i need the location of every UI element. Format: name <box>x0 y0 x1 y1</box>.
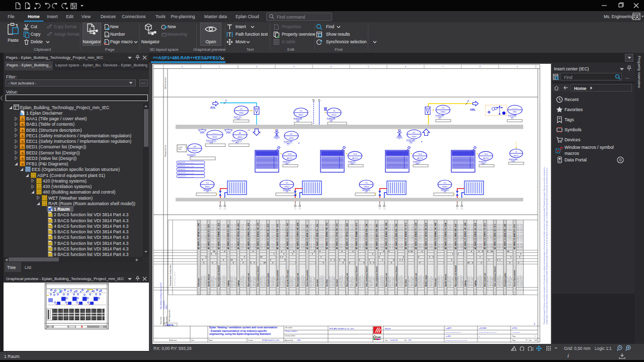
svg-text:Speaker detector: Speaker detector <box>445 274 447 287</box>
svg-text:YICS: YICS <box>484 153 488 155</box>
svg-text:==ASP1: ==ASP1 <box>446 327 452 329</box>
svg-text:480_RAR01_01_SDW440_XU=_6017: 480_RAR01_01_SDW440_XU=_6017 <box>356 223 358 249</box>
svg-text:4Q05: 4Q05 <box>512 160 515 162</box>
svg-text:EC: EC <box>413 132 416 134</box>
svg-text:Modification: Modification <box>169 339 177 341</box>
svg-text:JAL0103: JAL0103 <box>417 157 423 159</box>
svg-text:108: 108 <box>534 339 537 341</box>
svg-text:480_RAR01_01_SDW860_JW=_9042: 480_RAR01_01_SDW860_JW=_9042 <box>435 223 437 249</box>
svg-text:QM001: QM001 <box>237 136 243 138</box>
svg-text:QdS: QdS <box>296 120 299 122</box>
svg-text:Valso Wmspezivst Anlg: Valso Wmspezivst Anlg <box>206 276 207 287</box>
svg-text:PLAN: PLAN <box>376 336 381 338</box>
svg-text:480_RAR01_01_AB940_XU=_5020: 480_RAR01_01_AB940_XU=_5020 <box>306 224 308 249</box>
svg-text:YCl: YCl <box>442 107 445 109</box>
svg-text:Valve, continuous, General: Valve, continuous, General <box>395 266 397 287</box>
svg-text:Raumtp Verstmg Anlg: Raumtp Verstmg Anlg <box>295 277 296 287</box>
svg-text:communication of its contents: communication of its contents are prohib… <box>546 167 548 324</box>
svg-text:VEN04: VEN04 <box>442 186 447 188</box>
svg-text:480_RAR01_01_STW110_RU=_9044: 480_RAR01_01_STW110_RU=_9044 <box>445 223 447 249</box>
svg-text:A: A <box>421 141 422 143</box>
svg-text:Room control unit: Room control unit <box>248 273 250 287</box>
svg-text:480_RAR01_01_XW920_KW=_2047: 480_RAR01_01_XW920_KW=_2047 <box>455 223 457 249</box>
svg-text:Control: Control <box>178 146 183 148</box>
svg-text:ZUL: ZUL <box>210 106 216 109</box>
svg-text:Drawing number: Drawing number <box>285 335 295 337</box>
svg-text:&: & <box>21 128 24 132</box>
svg-text:=+EES: =+EES <box>446 335 451 337</box>
svg-text:Multisensor: Multisensor <box>435 278 437 287</box>
svg-text:Volume flow controller: Volume flow controller <box>514 269 516 287</box>
svg-text:Raumtp Verstmg Anlg: Raumtp Verstmg Anlg <box>334 277 335 287</box>
svg-text:480_RAR01_01_DB140_KW=_7044: 480_RAR01_01_DB140_KW=_7044 <box>366 224 368 249</box>
svg-text:4E4E: 4E4E <box>210 142 213 144</box>
svg-text:480_RAR01_01_TMP310_XU=_3069: 480_RAR01_01_TMP310_XU=_3069 <box>346 223 348 249</box>
svg-text:480_RAR01_01_STW640_RU=_1021: 480_RAR01_01_STW640_RU=_1021 <box>218 223 220 249</box>
svg-text:NB: NB <box>312 99 314 100</box>
svg-text:H2V: H2V <box>219 208 221 210</box>
svg-text:73: 73 <box>525 339 527 341</box>
svg-text:&: & <box>21 133 24 138</box>
svg-text:Room control unit, Standard: Room control unit, Standard <box>218 265 220 287</box>
svg-text:YCl: YCl <box>443 182 446 184</box>
svg-text:- Example representation of an: - Example representation of an industry-… <box>209 329 267 332</box>
svg-text:480_RAR01_01_XW530_RU=_2058: 480_RAR01_01_XW530_RU=_2058 <box>267 224 269 249</box>
svg-text:GqStXqqVme: GqStXqqVme <box>283 189 291 191</box>
svg-text:Raumtp Verstmg Anlg: Raumtp Verstmg Anlg <box>472 277 473 287</box>
svg-text:Valve, continuous, General: Valve, continuous, General <box>366 266 368 287</box>
svg-text:Valve, continuous, General: Valve, continuous, General <box>376 266 378 287</box>
svg-text:Room control unit: Room control unit <box>385 273 387 287</box>
svg-text:Approved by: Approved by <box>285 339 293 341</box>
svg-text:GA Funktionsstruktur: GA Funktionsstruktur <box>169 310 171 322</box>
svg-text:480_RAR01_01_AB240_KW=_5040: 480_RAR01_01_AB240_KW=_5040 <box>504 224 506 249</box>
svg-text:&: & <box>21 162 24 166</box>
svg-text:JAL0104: JAL0104 <box>482 157 489 159</box>
svg-text:Lighting: Lighting <box>227 281 229 287</box>
svg-text:Raumtp Verstmg Anlg: Raumtp Verstmg Anlg <box>512 277 513 287</box>
svg-text:H2V: H2V <box>294 208 296 210</box>
svg-text:YCl: YCl <box>206 182 209 184</box>
svg-text:480_RAR01_01_TMP240_RU=_5041: 480_RAR01_01_TMP240_RU=_5041 <box>198 223 200 249</box>
svg-text:480_RAR01_01_DB390_RU=_9035: 480_RAR01_01_DB390_RU=_9035 <box>227 224 229 249</box>
svg-text:VEN02: VEN02 <box>284 186 289 188</box>
svg-text:13.08.2025: 13.08.2025 <box>390 339 398 341</box>
svg-text:Date: Date <box>385 339 388 341</box>
svg-text:Raumtp Verstmg Anlg: Raumtp Verstmg Anlg <box>374 277 375 287</box>
svg-text:Valso Wmspezivst Anlg: Valso Wmspezivst Anlg <box>325 276 326 287</box>
svg-text:IVR: IVR <box>193 146 196 148</box>
svg-text:Volume flow controller: Volume flow controller <box>306 269 308 287</box>
svg-text:Creator: Creator <box>248 339 253 341</box>
svg-text:Valso Wmspezivst Anlg: Valso Wmspezivst Anlg <box>285 276 286 287</box>
svg-text:Eplan ‘Heating / ventilation s: Eplan ‘Heating / ventilation system and … <box>209 326 277 329</box>
svg-text:Room control unit: Room control unit <box>297 273 299 287</box>
svg-text:480_RAR01_01_AB370_KW=_4093: 480_RAR01_01_AB370_KW=_4093 <box>376 224 378 249</box>
svg-text:Raumtp Verstmg Anlg: Raumtp Verstmg Anlg <box>216 277 217 287</box>
svg-text:H2R: H2R <box>223 208 226 210</box>
svg-text:from: from <box>529 339 532 341</box>
svg-text:QI: QI <box>515 151 517 153</box>
svg-text:Valve, continuous, General: Valve, continuous, General <box>494 266 496 287</box>
svg-text:VEN01: VEN01 <box>205 186 210 188</box>
svg-text:Valso Wmspezivst Anlg: Valso Wmspezivst Anlg <box>443 276 444 287</box>
svg-text:Raumtp Verstmg Anlg: Raumtp Verstmg Anlg <box>235 277 236 287</box>
svg-text:480_RAR01_01_STW470_KW=_4018: 480_RAR01_01_STW470_KW=_4018 <box>297 222 299 249</box>
svg-text:Room control unit, Standard: Room control unit, Standard <box>455 265 457 287</box>
svg-text:4R01: 4R01 <box>287 143 290 145</box>
svg-text:Valso Wmspezivst Anlg: Valso Wmspezivst Anlg <box>482 276 484 287</box>
svg-text:QdS: QdS <box>438 117 441 119</box>
svg-text:AZ: AZ <box>239 132 241 134</box>
svg-text:EP01: EP01 <box>513 111 517 113</box>
svg-text:Building automation and contro: Building automation and control <box>479 332 497 333</box>
svg-text:H2R: H2R <box>460 208 463 210</box>
svg-text:&: & <box>21 150 24 155</box>
svg-text:480_RAR01_01_DB410_KW=_7084: 480_RAR01_01_DB410_KW=_7084 <box>395 224 397 249</box>
svg-text:JAL0102: JAL0102 <box>352 157 358 159</box>
svg-text:engineering, using the Eplan E: engineering, using the Eplan Engineering… <box>209 332 271 335</box>
svg-text:Lighting: Lighting <box>464 281 466 287</box>
svg-text:Lighting: Lighting <box>474 281 476 287</box>
svg-text:4R02: 4R02 <box>235 142 239 144</box>
svg-text:Raumtp Verstmg Anlg: Raumtp Verstmg Anlg <box>354 277 355 287</box>
svg-text:480_RAR01_01_TMP680_RU=_7020: 480_RAR01_01_TMP680_RU=_7020 <box>287 223 289 249</box>
svg-text:NV: NV <box>318 99 320 100</box>
svg-text:0: 0 <box>619 157 622 162</box>
